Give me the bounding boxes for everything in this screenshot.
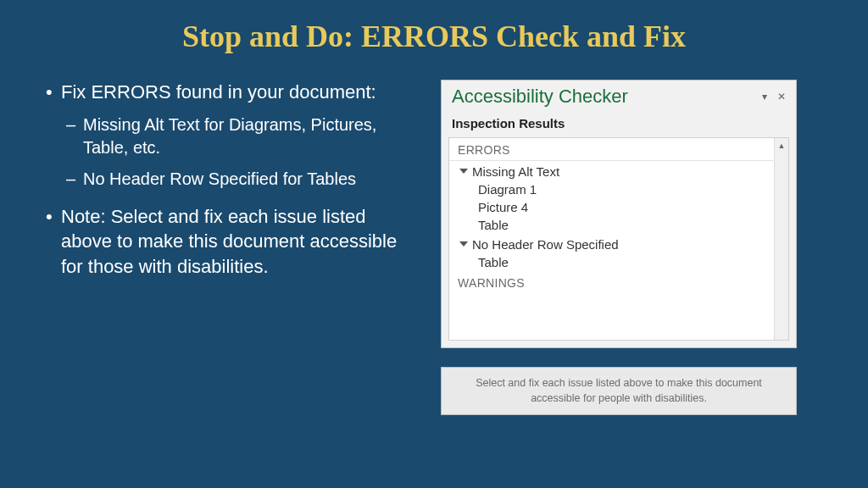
error-group-missing-alt-text: Missing Alt Text Diagram 1 Picture 4 Tab…: [449, 161, 773, 234]
warnings-category: WARNINGS: [449, 271, 773, 290]
group-header-label: Missing Alt Text: [472, 164, 559, 179]
sub-bullet-1a: Missing Alt Text for Diagrams, Pictures,…: [61, 114, 415, 159]
scrollbar[interactable]: ▲: [774, 138, 788, 340]
error-group-no-header-row: No Header Row Specified Table: [449, 234, 773, 271]
inspection-results-label: Inspection Results: [442, 111, 796, 137]
bullet-list-column: Fix ERRORS found in your document: Missi…: [42, 80, 415, 415]
bullet-1: Fix ERRORS found in your document: Missi…: [42, 80, 415, 191]
group-header-missing-alt-text[interactable]: Missing Alt Text: [459, 161, 773, 180]
bullet-1-text: Fix ERRORS found in your document:: [61, 81, 376, 103]
errors-category: ERRORS: [449, 138, 773, 161]
scroll-up-icon[interactable]: ▲: [775, 138, 788, 152]
accessibility-checker-panel: Accessibility Checker ▾ ✕ Inspection Res…: [441, 80, 797, 348]
inspection-results-list: ERRORS Missing Alt Text Diagram 1 Pictur…: [448, 137, 789, 341]
error-item[interactable]: Table: [459, 216, 773, 234]
caret-down-icon: [459, 241, 468, 247]
slide-title: Stop and Do: ERRORS Check and Fix: [0, 0, 868, 54]
group-header-label: No Header Row Specified: [472, 237, 619, 252]
bullet-2: Note: Select and fix each issue listed a…: [42, 204, 415, 280]
error-item[interactable]: Table: [459, 253, 773, 271]
dropdown-icon[interactable]: ▾: [759, 91, 771, 103]
group-header-no-header-row[interactable]: No Header Row Specified: [459, 234, 773, 253]
close-icon[interactable]: ✕: [776, 91, 787, 103]
error-item[interactable]: Diagram 1: [459, 180, 773, 198]
content-row: Fix ERRORS found in your document: Missi…: [0, 54, 868, 415]
panel-title: Accessibility Checker: [452, 86, 628, 108]
helper-text-panel: Select and fix each issue listed above t…: [441, 367, 797, 415]
error-item[interactable]: Picture 4: [459, 198, 773, 216]
panel-header: Accessibility Checker ▾ ✕: [442, 80, 796, 111]
caret-down-icon: [459, 169, 468, 174]
sub-bullet-1b: No Header Row Specified for Tables: [61, 168, 415, 191]
screenshot-column: Accessibility Checker ▾ ✕ Inspection Res…: [441, 80, 797, 415]
